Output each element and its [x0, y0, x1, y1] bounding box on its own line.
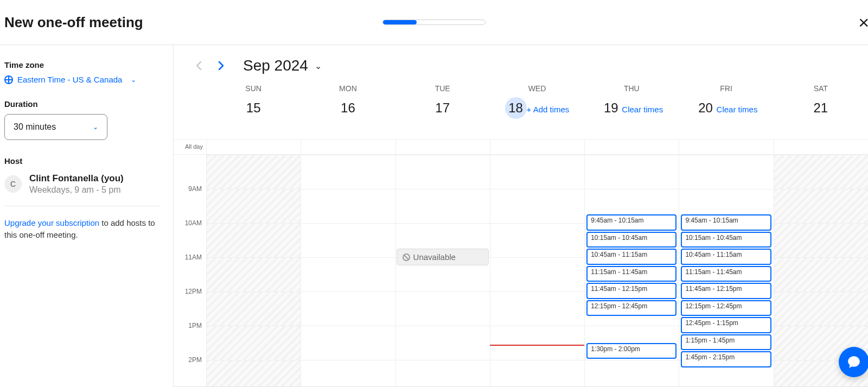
- hour-cell[interactable]: [395, 360, 490, 387]
- progress-fill: [383, 20, 417, 24]
- allday-cell[interactable]: [206, 140, 301, 154]
- hour-cell[interactable]: [301, 223, 395, 257]
- time-slot[interactable]: 12:15pm - 12:45pm: [586, 300, 676, 316]
- page-title: New one-off meeting: [4, 14, 143, 31]
- hour-cell[interactable]: [395, 155, 490, 189]
- hour-cell[interactable]: [301, 155, 395, 189]
- duration-select[interactable]: 30 minutes ⌄: [4, 114, 107, 140]
- time-slot[interactable]: 11:45am - 12:15pm: [586, 283, 676, 299]
- hour-cell: [206, 189, 301, 223]
- prev-week-button[interactable]: [191, 58, 206, 73]
- date-number[interactable]: 16: [337, 97, 359, 119]
- hour-label: 2PM: [174, 356, 206, 387]
- month-selector[interactable]: Sep 2024 ⌄: [243, 57, 322, 74]
- day-of-week: TUE: [395, 84, 490, 93]
- allday-cell[interactable]: [301, 140, 395, 154]
- day-header: FRI20Clear times: [679, 84, 773, 137]
- day-header: TUE17: [395, 84, 490, 137]
- hour-cell[interactable]: [679, 155, 773, 189]
- close-icon[interactable]: ×: [858, 13, 868, 31]
- unavailable-label: Unavailable: [413, 252, 456, 262]
- day-header: THU19Clear times: [584, 84, 679, 137]
- header: New one-off meeting ×: [0, 0, 868, 45]
- hour-cell[interactable]: [490, 257, 584, 291]
- time-slot[interactable]: 10:45am - 11:15am: [586, 249, 676, 265]
- duration-label: Duration: [4, 99, 160, 109]
- days-header-row: SUN15MON16TUE17WED18+ Add timesTHU19Clea…: [174, 84, 868, 137]
- hour-cell[interactable]: [301, 291, 395, 326]
- time-slot[interactable]: 1:30pm - 2:00pm: [586, 343, 676, 359]
- hour-cell: [206, 326, 301, 360]
- hour-cell[interactable]: [301, 326, 395, 360]
- add-times-link[interactable]: + Add times: [527, 105, 570, 116]
- time-slot[interactable]: 12:45pm - 1:15pm: [681, 317, 771, 333]
- chevron-down-icon: ⌄: [131, 76, 136, 84]
- date-number[interactable]: 21: [810, 97, 832, 119]
- hour-cell[interactable]: [395, 189, 490, 223]
- hour-cell: [206, 257, 301, 291]
- allday-cell[interactable]: [679, 140, 773, 154]
- hour-cell[interactable]: [301, 360, 395, 387]
- time-slot[interactable]: 9:45am - 10:15am: [586, 214, 676, 231]
- upgrade-note: Upgrade your subscription to add hosts t…: [4, 217, 156, 241]
- hour-cell: [774, 189, 868, 223]
- host-row: C Clint Fontanella (you) Weekdays, 9 am …: [4, 173, 160, 206]
- host-name: Clint Fontanella (you): [29, 173, 124, 184]
- calendar-grid: 9AM10AM11AM12PM1PM2PM Unavailable9:45am …: [174, 155, 868, 387]
- timezone-value: Eastern Time - US & Canada: [17, 75, 122, 84]
- date-number[interactable]: 15: [242, 97, 264, 119]
- clear-times-link[interactable]: Clear times: [622, 105, 663, 116]
- time-slot[interactable]: 11:45am - 12:15pm: [681, 283, 771, 299]
- upgrade-link[interactable]: Upgrade your subscription: [4, 218, 99, 227]
- time-slot[interactable]: 10:15am - 10:45am: [586, 232, 676, 248]
- hour-cell[interactable]: [490, 326, 584, 360]
- day-of-week: THU: [584, 84, 679, 93]
- hour-cell[interactable]: [395, 291, 490, 326]
- hour-cell[interactable]: [395, 326, 490, 360]
- hour-cell[interactable]: [490, 223, 584, 257]
- progress-bar: [382, 20, 486, 25]
- hour-cell[interactable]: [584, 360, 679, 387]
- hour-cell: [206, 291, 301, 326]
- day-of-week: SAT: [774, 84, 868, 93]
- allday-cell[interactable]: [774, 140, 868, 154]
- time-slot[interactable]: 10:45am - 11:15am: [681, 249, 771, 265]
- next-week-button[interactable]: [214, 58, 229, 73]
- hour-cell[interactable]: [490, 189, 584, 223]
- time-slot[interactable]: 1:15pm - 1:45pm: [681, 334, 771, 351]
- day-header: SUN15: [206, 84, 301, 137]
- date-number[interactable]: 18: [505, 97, 527, 119]
- allday-cell[interactable]: [490, 140, 584, 154]
- hour-cell[interactable]: [584, 155, 679, 189]
- time-slot[interactable]: 11:15am - 11:45am: [586, 266, 676, 282]
- sidebar: Time zone Eastern Time - US & Canada ⌄ D…: [0, 45, 174, 387]
- hour-cell: [774, 223, 868, 257]
- time-slot[interactable]: 9:45am - 10:15am: [681, 214, 771, 231]
- hour-label: 1PM: [174, 322, 206, 356]
- hour-cell[interactable]: [490, 155, 584, 189]
- date-number[interactable]: 19: [600, 97, 622, 119]
- time-slot[interactable]: 10:15am - 10:45am: [681, 232, 771, 248]
- allday-cell[interactable]: [395, 140, 490, 154]
- hour-cell[interactable]: [301, 189, 395, 223]
- hour-label: 10AM: [174, 219, 206, 253]
- clear-times-link[interactable]: Clear times: [717, 105, 758, 116]
- allday-cell[interactable]: [584, 140, 679, 154]
- timezone-label: Time zone: [4, 60, 160, 69]
- time-slot[interactable]: 1:45pm - 2:15pm: [681, 351, 771, 367]
- hour-cell[interactable]: [490, 360, 584, 387]
- time-slot[interactable]: 12:15pm - 12:45pm: [681, 300, 771, 316]
- time-slot[interactable]: 11:15am - 11:45am: [681, 266, 771, 282]
- chat-button[interactable]: [839, 347, 868, 377]
- timezone-selector[interactable]: Eastern Time - US & Canada ⌄: [4, 75, 160, 84]
- date-number[interactable]: 17: [432, 97, 454, 119]
- day-header: MON16: [301, 84, 395, 137]
- hour-cell[interactable]: [301, 257, 395, 291]
- date-number[interactable]: 20: [695, 97, 717, 119]
- allday-label: All day: [174, 140, 206, 154]
- day-of-week: FRI: [679, 84, 773, 93]
- hour-cell: [774, 291, 868, 326]
- globe-icon: [4, 75, 13, 84]
- hour-cell: [206, 155, 301, 189]
- hour-cell[interactable]: [490, 291, 584, 326]
